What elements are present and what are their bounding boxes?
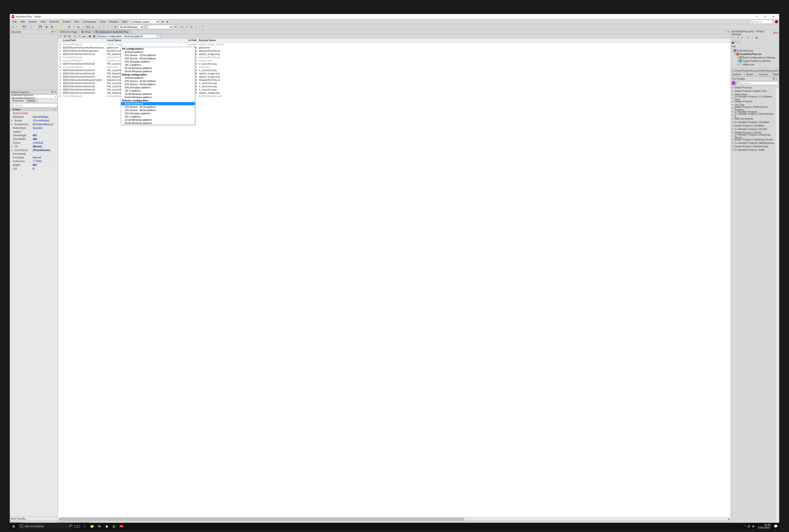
prop-val-formstyle[interactable]: Normal [32,156,58,159]
network-icon[interactable]: 🖧 [752,525,755,528]
prop-val-bidimode[interactable]: bdLeftToRight [32,115,58,118]
dropdown-item[interactable]: iOS Simulator platform [121,60,195,63]
pm-view2-icon[interactable]: ≡ [737,41,738,44]
dropdown-item[interactable]: iOS Device - 64 bit platform [121,57,195,60]
back-dropdown-icon[interactable]: ▼ [185,25,189,29]
tree-node[interactable]: ⊞Target Platforms (Win32) [731,59,779,62]
deploy-check-icon[interactable]: ☑ [73,34,77,38]
view-unit-icon[interactable]: ◨ [50,25,54,29]
menu-help[interactable]: Help [120,20,129,23]
nav-back-icon[interactable]: ⬅ [180,25,184,29]
prop-key-bidimode[interactable]: BiDiMode [10,115,32,118]
prop-key-formfactor[interactable]: FormFactor [10,149,32,151]
layout-save-icon[interactable]: ▦ [161,20,165,24]
expand-icon[interactable]: ⊞ [732,93,734,96]
prop-key-left[interactable]: Left [10,167,32,170]
prop-key-formfamily[interactable]: FormFamily [10,152,32,155]
open-icon[interactable]: 📂 [16,25,20,29]
tab-properties[interactable]: Properties [10,99,26,103]
col-remote-path[interactable]: te Path [124,39,198,42]
step-into-icon[interactable]: ⤵ [102,25,106,29]
prop-val-borderstyle[interactable]: Sizeable [32,127,58,129]
help-icon[interactable]: ? [201,25,205,29]
prop-val-clientwidth[interactable]: 384 [32,138,58,140]
expand-icon[interactable]: ⊞ [732,135,734,137]
prop-key-clientwidth[interactable]: ClientWidth [10,138,32,140]
deployment-config-selector[interactable]: Release configuration - Android platform… [96,34,161,38]
dropdown-item[interactable]: Android platform [121,102,195,105]
prop-key-fill[interactable]: Fill [10,145,32,148]
scroll-right-icon[interactable]: ▶ [727,517,731,521]
row-checkbox[interactable]: ☑ [58,43,62,46]
scrollbar-thumb[interactable] [61,518,464,520]
app-icon[interactable]: ◧ [110,523,118,530]
prop-key-cursor[interactable]: Cursor [10,141,32,144]
row-checkbox[interactable]: ☑ [58,56,62,59]
prop-val-fill[interactable]: (Brush) [32,145,58,148]
nav-forward-icon[interactable]: ➡ [189,25,193,29]
inspector-object-selector[interactable]: AudioRecPlayForm TAudioRecPlayForm ▼ [11,94,57,99]
dropdown-item[interactable]: Android platform [121,76,195,79]
rad-studio-icon[interactable]: RX [118,523,125,530]
row-checkbox[interactable]: ☑ [58,50,62,52]
dropdown-item[interactable]: iOS Device - 64 bit platform [121,83,195,86]
ide-search[interactable]: 🔍 Search [750,20,773,24]
notifications-icon[interactable]: 💬 [772,523,779,530]
bind-visually-link[interactable]: Bind Visually... [10,516,58,521]
chevron-right-icon[interactable]: » [10,108,11,111]
row-checkbox[interactable]: ☑ [58,53,62,55]
row-checkbox[interactable]: ☑ [58,79,62,81]
palette-scrollbar[interactable]: ▲ [776,86,779,525]
palette-category[interactable]: ⊞Delphi Projects | Delphi Files [731,89,776,93]
prop-val-clientheight[interactable]: 567 [32,134,58,137]
store-icon[interactable]: 🛍 [96,523,103,530]
tree-twist-icon[interactable]: ⊞ [737,60,739,62]
pm-grid-icon[interactable]: ▦ [755,36,758,40]
explorer-icon[interactable]: 📁 [88,523,96,530]
config-dropdown[interactable]: All configurationsAndroid platformiOS De… [121,47,195,125]
deploy-row[interactable]: ☑Android\Release\splash_image_drawable\s… [58,43,731,46]
palette-category[interactable]: ⊞Delphi Projects | WebServices [731,145,776,148]
prop-val-cursor[interactable]: crDefault [32,141,58,144]
deploy-uncheck-icon[interactable]: ☐ [77,34,81,38]
dropdown-item[interactable]: Android platform [121,50,195,54]
palette-close-icon[interactable]: ✕ [775,77,778,80]
layout-selector[interactable]: Default Layout [132,20,159,24]
prop-key-border[interactable]: Border [10,119,32,122]
dropdown-item[interactable]: 64-bit Windows platform [121,96,195,99]
expand-icon[interactable]: ⊞ [732,131,734,134]
col-local-path[interactable]: Local Path [62,39,106,42]
fwd-dropdown-icon[interactable]: ▼ [194,25,198,29]
prop-key-formstyle[interactable]: FormStyle [10,156,32,159]
horizontal-scrollbar[interactable]: ◀ ▶ [58,517,731,521]
inspector-close-icon[interactable]: ✕ [54,91,57,93]
row-checkbox[interactable]: ☑ [58,62,62,65]
dropdown-item[interactable]: OS X platform [121,63,195,66]
taskbar-clock[interactable]: 15:34 27/01/2017 [756,524,772,529]
menu-view[interactable]: View [39,20,48,23]
expand-icon[interactable]: ⊞ [732,90,734,92]
tree-twist-icon[interactable]: ⊟ [734,53,736,55]
step-out-icon[interactable]: ⤴ [107,25,111,29]
row-checkbox[interactable]: ☑ [58,92,62,94]
tree-node[interactable]: ⊞uMain.pas [731,62,779,66]
expand-icon[interactable]: ⊞ [732,100,734,102]
stop-icon[interactable]: ■ [91,25,95,29]
expand-icon[interactable]: ⊞ [732,121,734,123]
pm-list-icon[interactable]: ☰ [746,36,750,40]
tabs-dropdown-icon[interactable]: ∨ ✕ [725,31,731,33]
dropdown-item[interactable]: iOS Device - 32 bit platform [121,79,195,83]
expand-icon[interactable]: ⊞ [732,125,734,127]
expand-icon[interactable]: ⊞ [732,104,734,106]
new-form-icon[interactable]: ▢ [29,25,33,29]
close-button[interactable]: ✕ [769,14,778,19]
palette-category-icon[interactable] [732,81,735,85]
expand-icon[interactable]: ⊞ [732,111,734,113]
prop-val-bordericons[interactable]: [biSystemMenu,bi [32,123,58,126]
col-remote-name[interactable]: Remote Name [198,39,228,42]
dropdown-item[interactable]: OS X platform [121,115,195,118]
dropdown-item[interactable]: 32-bit Windows platform [121,66,195,70]
palette-pin-icon[interactable]: 📌 [772,77,775,80]
menu-file[interactable]: File [11,20,19,23]
row-checkbox[interactable]: ☑ [58,95,62,97]
